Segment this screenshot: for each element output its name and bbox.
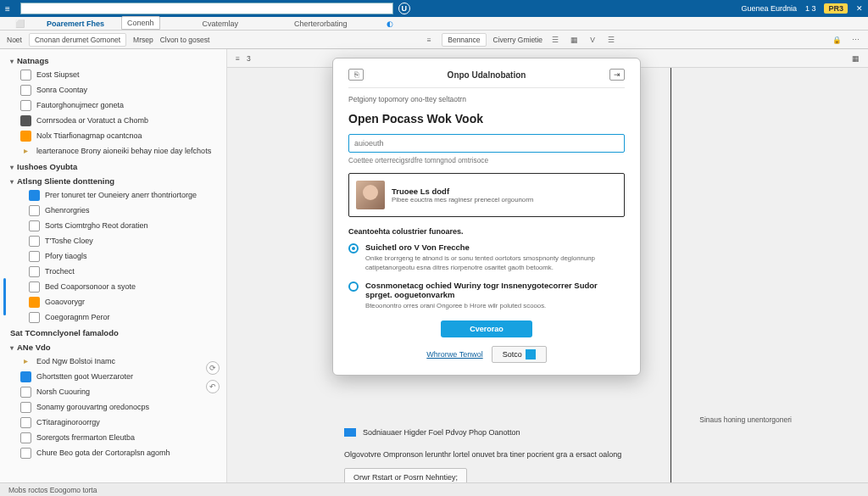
sidebar-item[interactable]: Eost Siupset (2, 67, 226, 82)
sidebar-item[interactable]: Goaovorygr (2, 294, 226, 309)
sidebar-section-5[interactable]: ANe Vdo (2, 339, 226, 354)
dialog-text-input[interactable] (348, 134, 625, 153)
sidebar-history-icon[interactable]: ↶ (206, 380, 220, 393)
box-icon (20, 417, 31, 428)
dialog-option-1[interactable]: Suichetl oro V Von Frecche Onike brorrge… (348, 242, 625, 272)
dialog-secondary-button[interactable]: Sotco (492, 346, 547, 363)
sidebar-section-2[interactable]: Iushoes Oyubta (2, 159, 226, 173)
sidebar-item-label: Bed Coaporsonoor a syote (45, 281, 136, 293)
ribbon-tab-2[interactable]: Poaremert Fhes (42, 18, 109, 30)
sidebar-item[interactable]: Prer tonuret ter Ouneiery anerr thontrio… (2, 187, 226, 203)
sidebar-item[interactable]: T'Toshe Cloey (2, 233, 226, 248)
main-area: Natnags Eost SiupsetSonra CoontayFautorg… (0, 49, 868, 496)
sidebar-item[interactable]: Bed Coaporsonoor a syote (2, 279, 226, 294)
dialog-option-2[interactable]: Cosnmonetacg ochied Wuriny togr Insnenyg… (348, 281, 625, 310)
card-title: Truoee Ls dodf (392, 187, 533, 196)
sidebar-item[interactable]: Trochect (2, 264, 226, 279)
sidebar-item[interactable]: Coegoragnm Peror (2, 309, 226, 325)
dark-icon (20, 115, 31, 126)
sidebar-refresh-icon[interactable]: ⟳ (206, 361, 220, 375)
orange-icon (29, 297, 40, 308)
dialog-footer-link[interactable]: Whrorwe Tenwol (426, 350, 482, 359)
ribbon-tab-3[interactable]: Conenh (121, 16, 160, 30)
sidebar-item[interactable]: Pfory tiaogls (2, 248, 226, 264)
ribbon-tab-circle-icon[interactable]: ◐ (381, 18, 398, 30)
ribbon-button-1[interactable]: Bennance (442, 33, 486, 47)
dialog-header-right-icon[interactable]: ⇥ (609, 69, 625, 81)
folder-icon (20, 356, 31, 367)
avatar (356, 181, 385, 209)
sidebar-item[interactable]: learteranoce Brony aioneiki behay nioe d… (2, 143, 226, 159)
radio-2[interactable] (348, 281, 359, 292)
sidebar-item[interactable]: Eod Ngw Bolstoi Inamc (2, 354, 226, 369)
ribbon-icon-1[interactable]: ≡ (423, 34, 435, 46)
titlebar-search[interactable] (20, 3, 393, 14)
dialog-secondary-color-icon (526, 349, 536, 359)
titlebar-search-input[interactable] (21, 4, 392, 13)
titlebar-center-icon[interactable]: U (398, 3, 410, 14)
dialog-heading: Open Pocass Wok Vook (348, 112, 625, 125)
sidebar-item-label: Cornrsodea or Voratuct a Chomb (36, 114, 148, 126)
sidebar-item[interactable]: Nolx Ttiarfionagmap ocantcnoa (2, 128, 226, 143)
box-icon (20, 387, 31, 398)
dialog-input-hint: Coettee orterrecigsrdfre tomngnod omtris… (348, 156, 625, 164)
sidebar-section-4[interactable]: Sat TComnclyonel famalodo (2, 325, 226, 339)
sidebar-item[interactable]: Ghortstten goot Wuerzaroter (2, 369, 226, 384)
ribbon-icon-4[interactable]: V (587, 34, 598, 46)
option-1-title: Suichetl oro V Von Frecche (365, 242, 625, 252)
dialog-person-card[interactable]: Truoee Ls dodf Pibee eouctra mes ragines… (348, 173, 625, 217)
sidebar-item[interactable]: Chure Beo gota der Cortoraplsn agomh (2, 445, 226, 460)
ribbon-tab-5[interactable]: Cherterorbating (289, 18, 353, 30)
ribbon-icon-2[interactable]: ☰ (549, 34, 561, 46)
ribbon-group-2[interactable]: Cnonan derumet Gornonet (29, 33, 126, 47)
content-canvas: Sinaus honing unentorgoneri Sodniauaer H… (227, 68, 868, 496)
sidebar-item[interactable]: Sonamy gorouvartng oredonocps (2, 399, 226, 415)
sidebar-item-label: Ghortstten goot Wuerzaroter (36, 371, 133, 382)
ct-icon-2[interactable]: 3 (247, 54, 251, 63)
sidebar-item[interactable]: Ghenrorgries (2, 203, 226, 218)
sidebar-item-label: Fautorghonujmecr goneta (36, 99, 124, 111)
close-icon[interactable]: ✕ (856, 4, 863, 13)
sidebar-item-label: learteranoce Brony aioneiki behay nioe d… (36, 145, 211, 157)
sidebar-item[interactable]: Sonra Coontay (2, 82, 226, 98)
sidebar-item-label: Sonamy gorouvartng oredonocps (36, 401, 149, 413)
dialog-header-left-icon[interactable]: ⎘ (348, 69, 364, 81)
lock-icon[interactable]: 🔒 (831, 34, 843, 46)
ribbon-tab-4[interactable]: Cvatemlay (198, 18, 244, 30)
ribbon-group-5[interactable]: Civerry Gmietie (493, 36, 543, 44)
ribbon-group-3[interactable]: Mrsep (133, 36, 153, 44)
ct-icon-3[interactable]: ▦ (852, 54, 860, 63)
ct-icon-1[interactable]: ≡ (236, 54, 240, 63)
sidebar-section-3[interactable]: Atlsng Sliente donttening (2, 173, 226, 187)
sidebar-item-label: Prer tonuret ter Ouneiery anerr thontrio… (45, 189, 197, 201)
ribbon-group-1[interactable]: Noet (7, 36, 22, 44)
sidebar-item-label: Eod Ngw Bolstoi Inamc (36, 355, 115, 367)
dialog-primary-button[interactable]: Cverorao (441, 320, 532, 337)
sidebar-item[interactable]: Sorts Ciomtrgho Reot doratien (2, 218, 226, 233)
box-icon (20, 432, 31, 443)
status-bar: Mobs roctos Eoogomo torta (0, 482, 868, 496)
sidebar-item[interactable]: Norsh Cuouring (2, 384, 226, 399)
ribbon-icon-5[interactable]: ☰ (605, 34, 617, 46)
sidebar-item[interactable]: Sorergots frermarton Eleutba (2, 430, 226, 445)
sidebar-item-label: Nolx Ttiarfionagmap ocantcnoa (36, 130, 142, 142)
more-icon[interactable]: ⋯ (849, 34, 861, 46)
folder-icon (20, 146, 31, 157)
folder-sidebar: Natnags Eost SiupsetSonra CoontayFautorg… (0, 49, 227, 496)
ribbon-group-4[interactable]: Clvon to gosest (160, 36, 210, 44)
app-menu-icon[interactable]: ≡ (5, 4, 10, 14)
ribbon-tab-1[interactable]: ⬜ (10, 18, 30, 30)
sidebar-item[interactable]: Fautorghonujmecr goneta (2, 98, 226, 113)
content-area: ≡ 3 ▦ Sinaus honing unentorgoneri Sodnia… (227, 49, 868, 496)
sidebar-section-1[interactable]: Natnags (2, 53, 226, 67)
box-icon (20, 70, 31, 81)
sidebar-item-label: Eost Siupset (36, 69, 80, 81)
sidebar-item[interactable]: Cornrsodea or Voratuct a Chomb (2, 113, 226, 128)
account-label[interactable]: Guenea Eurdnia (741, 4, 797, 13)
dialog: ⎘ Onpo Udalnobation ⇥ Petgiony topomory … (332, 58, 641, 376)
titlebar-badge[interactable]: PR3 (824, 3, 848, 14)
radio-1[interactable] (348, 243, 359, 254)
blue-icon (20, 371, 31, 382)
sidebar-item[interactable]: CTitaraginoroorrgy (2, 415, 226, 430)
ribbon-icon-3[interactable]: ▦ (568, 34, 580, 46)
